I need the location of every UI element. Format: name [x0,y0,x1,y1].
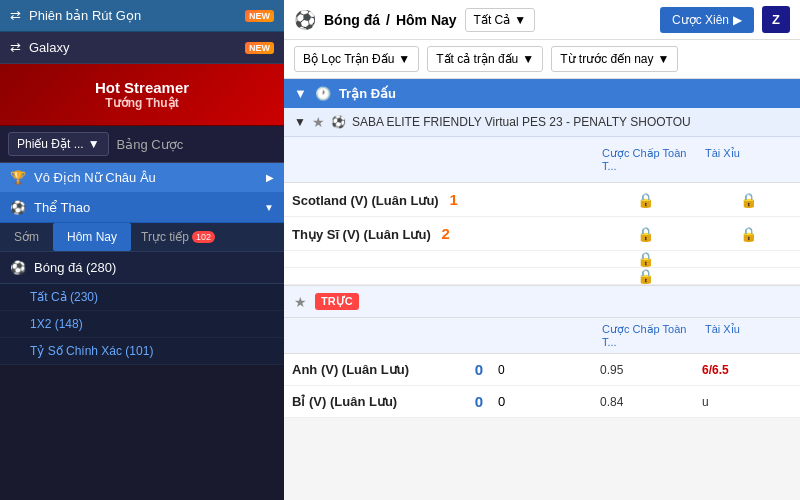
truc-odd5[interactable]: 0.84 [596,389,698,414]
truc-odd2[interactable]: 0.95 [596,357,698,382]
team1-score: 1 [450,191,458,208]
galaxy-label: Galaxy [29,40,69,55]
subtabs-bar: Sớm Hôm Nay Trực tiếp 102 [0,223,284,252]
bong-da-item[interactable]: ⚽ Bóng đá (280) [0,252,284,284]
hot-streamer-line1: Hot Streamer [10,79,274,96]
chevron-down-icon: ▼ [88,137,100,151]
live-count-badge: 102 [192,231,215,243]
sub-item-1x2[interactable]: 1X2 (148) [0,311,284,338]
hom-nay-label: Hôm Nay [396,12,457,28]
main-scroll-area[interactable]: ▼ 🕐 Trận Đấu ▼ ★ ⚽ SABA ELITE FRIENDLY V… [284,79,800,500]
chevron-down-icon-7: ▼ [294,86,307,101]
truc-col-header-tai: Tài Xỉu [697,318,800,353]
chevron-down-icon-8: ▼ [294,115,306,129]
tran-dau-header: ▼ 🕐 Trận Đấu [284,79,800,108]
star-icon-truc[interactable]: ★ [294,294,307,310]
chevron-down-icon-3: ▼ [514,13,526,27]
bong-da-main-label: Bóng đá [324,12,380,28]
truc-team2-score: 0 [464,393,494,410]
soccer-ball-icon: ⚽ [10,260,26,275]
chevron-right-icon-2: ▶ [733,13,742,27]
tab-hom-nay[interactable]: Hôm Nay [53,223,131,251]
tat-ca-filter[interactable]: Tất Cả ▼ [465,8,536,32]
team2-tai-xiu-lock: 🔒 [697,226,800,242]
tab-truc-tiep[interactable]: Trực tiếp 102 [131,223,225,251]
swap-icon-2: ⇄ [10,40,21,55]
main-topbar: ⚽ Bóng đá / Hôm Nay Tất Cả ▼ Cược Xiên ▶… [284,0,800,40]
clock-icon: 🕐 [315,86,331,101]
chevron-right-icon: ▶ [266,172,274,183]
tat-ca-label: Tất Cả [474,13,511,27]
bong-da-label: Bóng đá (280) [34,260,116,275]
vo-dich-label: Vô Địch Nữ Châu Âu [34,170,156,185]
galaxy-bar[interactable]: ⇄ Galaxy NEW [0,32,284,64]
chevron-down-icon-2: ▼ [264,202,274,213]
tab-som[interactable]: Sớm [0,223,53,251]
cuoc-xien-label: Cược Xiên [672,13,729,27]
swap-icon: ⇄ [10,8,21,23]
time-filter-label: Từ trước đến nay [560,52,653,66]
truc-badge: TRỰC [315,293,359,310]
tat-ca-tran-label: Tất cả trận đấu [436,52,518,66]
truc-odd3[interactable]: 6/6.5 [698,357,800,382]
cuoc-xien-button[interactable]: Cược Xiên ▶ [660,7,754,33]
truc-team1: Anh (V) (Luân Lưu) [284,354,464,385]
the-thao-section[interactable]: ⚽ Thể Thao ▼ [0,193,284,223]
phieu-dat-label: Phiếu Đặt ... [17,137,84,151]
bong-da-main-icon: ⚽ [294,9,316,31]
title-separator: / [386,12,390,28]
truc-odd6[interactable]: u [698,389,800,414]
truc-tiep-label: Trực tiếp [141,230,189,244]
top-bar[interactable]: ⇄ Phiên bản Rút Gọn NEW [0,0,284,32]
tran-dau-label: Trận Đấu [339,86,396,101]
new-badge-top: NEW [245,10,274,22]
extra-lock-2: 🔒 [594,268,697,284]
truc-header: ★ TRỰC [284,285,800,318]
new-badge-galaxy: NEW [245,42,274,54]
z-button[interactable]: Z [762,6,790,33]
tat-ca-tran-dropdown[interactable]: Tất cả trận đấu ▼ [427,46,543,72]
team2-chap-lock: 🔒 [594,226,697,242]
chevron-down-icon-4: ▼ [398,52,410,66]
chevron-down-icon-6: ▼ [658,52,670,66]
match-league-row: ▼ ★ ⚽ SABA ELITE FRIENDLY Virtual PES 23… [284,108,800,137]
team1-tai-xiu-lock: 🔒 [697,192,800,208]
truc-team2: Bỉ (V) (Luân Lưu) [284,386,464,417]
extra-lock-1: 🔒 [594,251,697,267]
team1-chap-lock: 🔒 [594,192,697,208]
filter-bar: Bộ Lọc Trận Đấu ▼ Tất cả trận đấu ▼ Từ t… [284,40,800,79]
the-thao-label: Thể Thao [34,200,90,215]
vo-dich-section[interactable]: 🏆 Vô Địch Nữ Châu Âu ▶ [0,163,284,193]
bo-loc-label: Bộ Lọc Trận Đấu [303,52,394,66]
team1-name: Scotland (V) (Luân Lưu) 1 [284,183,594,216]
sidebar-tabs: Phiếu Đặt ... ▼ Bảng Cược [0,126,284,163]
phieu-dat-tab[interactable]: Phiếu Đặt ... ▼ [8,132,109,156]
truc-col-header-chap: Cược Chấp Toàn T... [594,318,697,353]
soccer-icon: ⚽ [10,200,26,215]
main-title: Bóng đá / Hôm Nay [324,12,457,28]
sidebar: ⇄ Phiên bản Rút Gọn NEW ⇄ Galaxy NEW Hot… [0,0,284,500]
league-icon: ⚽ [331,115,346,129]
col-header-chap: Cược Chấp Toàn T... [594,142,697,177]
time-filter-dropdown[interactable]: Từ trước đến nay ▼ [551,46,678,72]
team2-score: 2 [442,225,450,242]
hot-streamer-line2: Tướng Thuật [10,96,274,110]
truc-odd4[interactable]: 0 [494,389,596,414]
bang-cuoc-tab[interactable]: Bảng Cược [117,137,184,152]
sub-item-tat-ca[interactable]: Tất Cả (230) [0,284,284,311]
col-header-tai-xiu: Tài Xỉu [697,142,800,177]
trophy-icon: 🏆 [10,170,26,185]
main-content: ⚽ Bóng đá / Hôm Nay Tất Cả ▼ Cược Xiên ▶… [284,0,800,500]
chevron-down-icon-5: ▼ [522,52,534,66]
top-bar-label: Phiên bản Rút Gọn [29,8,141,23]
match-title: SABA ELITE FRIENDLY Virtual PES 23 - PEN… [352,115,691,129]
sub-item-ty-so[interactable]: Tỷ Số Chính Xác (101) [0,338,284,365]
truc-odd1[interactable]: 0 [494,358,596,382]
team2-name: Thụy Sĩ (V) (Luân Lưu) 2 [284,217,594,250]
hot-streamer-banner[interactable]: Hot Streamer Tướng Thuật [0,64,284,126]
star-icon-1[interactable]: ★ [312,114,325,130]
truc-team1-score: 0 [464,361,494,378]
bo-loc-tran-dau-dropdown[interactable]: Bộ Lọc Trận Đấu ▼ [294,46,419,72]
sub-items-list: Tất Cả (230) 1X2 (148) Tỷ Số Chính Xác (… [0,284,284,365]
